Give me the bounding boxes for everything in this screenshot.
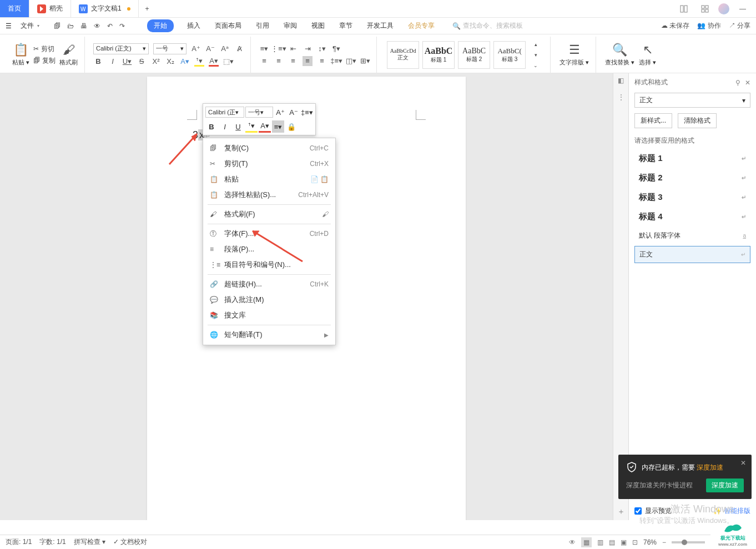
mini-font-size[interactable]: 一号▾ [245, 107, 273, 118]
cut-button[interactable]: ✂ 剪切 [33, 44, 56, 54]
sb-print-view-icon[interactable]: ▥ [597, 538, 603, 546]
new-style-button[interactable]: 新样式... [634, 113, 672, 128]
sb-words[interactable]: 字数: 1/1 [39, 537, 65, 547]
rail-expand-icon[interactable]: ◧ [618, 77, 624, 84]
style-item-h1[interactable]: 标题 1↵ [634, 150, 750, 167]
rail-add-icon[interactable]: ＋ [617, 507, 625, 517]
justify-icon[interactable]: ≡ [303, 56, 313, 66]
new-tab-button[interactable]: ＋ [139, 0, 155, 17]
numbering-icon[interactable]: ⋮≡▾ [274, 44, 284, 54]
underline-icon[interactable]: U▾ [122, 57, 132, 67]
subscript-icon[interactable]: X₂ [165, 57, 175, 67]
sb-spell[interactable]: 拼写检查 ▾ [74, 537, 105, 547]
indent-inc-icon[interactable]: ⇥ [303, 44, 313, 54]
sb-fit-icon[interactable]: ⊡ [632, 538, 638, 546]
grow-font-icon[interactable]: A⁺ [191, 44, 201, 54]
cm-format-painter[interactable]: 🖌格式刷(F)🖌 [203, 206, 335, 222]
cm-search-library[interactable]: 📚搜文库 [203, 308, 335, 323]
text-effects-icon[interactable]: A▾ [180, 57, 190, 67]
collab-button[interactable]: 👥 协作 [697, 21, 720, 31]
qat-open-icon[interactable]: 🗁 [67, 22, 74, 30]
superscript-icon[interactable]: X² [151, 57, 161, 67]
page[interactable]: 3x↵ Calibri (正▾ 一号▾ A⁺ A⁻ ‡≡▾ B I U ꜛ▾ A… [147, 77, 466, 520]
shrink-font-icon[interactable]: A⁻ [205, 44, 215, 54]
style-scroll-down[interactable]: ▾ [531, 50, 541, 60]
tab-chapter[interactable]: 章节 [338, 19, 354, 33]
sb-zoom-slider[interactable] [672, 541, 705, 543]
file-menu[interactable]: 文件▾ [17, 20, 43, 32]
tab-insert[interactable]: 插入 [186, 19, 201, 33]
strike-icon[interactable]: S [137, 57, 147, 67]
tab-references[interactable]: 引用 [255, 19, 270, 33]
format-painter-button[interactable]: 🖌格式刷 [57, 37, 80, 73]
mini-justify-icon[interactable]: ≡▾ [272, 120, 284, 133]
change-case-icon[interactable]: Aᵃ [220, 44, 230, 54]
distribute-icon[interactable]: ≡ [317, 56, 327, 66]
smart-layout-button[interactable]: ✨ 智能排版 [713, 506, 750, 516]
mini-highlight-icon[interactable]: ꜛ▾ [245, 120, 258, 133]
mini-italic-icon[interactable]: I [219, 120, 231, 133]
tab-document[interactable]: W 文字文稿1 [71, 0, 139, 17]
cm-paste[interactable]: 📋粘贴📄 📋 [203, 172, 335, 187]
mini-font-family[interactable]: Calibri (正▾ [205, 107, 244, 118]
clear-format-icon[interactable]: A̷ [234, 44, 244, 54]
mini-font-color-icon[interactable]: A▾ [259, 120, 271, 133]
unsaved-indicator[interactable]: ☁ 未保存 [661, 21, 689, 31]
pane-pin-icon[interactable]: ⚲ [735, 79, 740, 87]
shading-icon[interactable]: ◫▾ [346, 56, 356, 66]
align-right-icon[interactable]: ≡ [288, 56, 298, 66]
layout-icon[interactable] [676, 0, 692, 18]
italic-icon[interactable]: I [108, 57, 118, 67]
sb-web-view-icon[interactable]: ▣ [621, 538, 627, 546]
bullets-icon[interactable]: ≡▾ [259, 44, 269, 54]
tab-home[interactable]: 首页 [0, 0, 29, 17]
paste-button[interactable]: 📋粘贴 ▾ [10, 37, 32, 73]
style-normal[interactable]: AaBbCcDd正文 [387, 41, 419, 69]
toast-link[interactable]: 深度加速 [697, 464, 723, 471]
tab-page-layout[interactable]: 页面布局 [214, 19, 243, 33]
line-spacing-icon[interactable]: ‡≡▾ [331, 56, 341, 66]
cm-paste-special[interactable]: 📋选择性粘贴(S)...Ctrl+Alt+V [203, 187, 335, 203]
font-family-select[interactable]: Calibri (正文)▾ [93, 43, 149, 54]
user-avatar[interactable] [718, 3, 729, 14]
sb-outline-view-icon[interactable]: ▤ [609, 538, 615, 546]
mini-linespace-icon[interactable]: ‡≡▾ [301, 106, 313, 118]
paste-option-icon[interactable]: 📄 [310, 175, 319, 183]
sb-zoom-out-icon[interactable]: − [662, 538, 666, 546]
tab-view[interactable]: 视图 [310, 19, 326, 33]
cm-insert-comment[interactable]: 💬插入批注(M) [203, 292, 335, 308]
indent-dec-icon[interactable]: ⇤ [288, 44, 298, 54]
mini-grow-icon[interactable]: A⁺ [274, 106, 286, 118]
cm-translate[interactable]: 🌐短句翻译(T)▶ [203, 327, 335, 343]
cm-bullets-numbering[interactable]: ⋮≡项目符号和编号(N)... [203, 257, 335, 273]
sb-read-view-icon[interactable]: ▦ [581, 537, 592, 547]
align-left-icon[interactable]: ≡ [259, 56, 269, 66]
mini-bold-icon[interactable]: B [205, 120, 218, 133]
cm-paragraph[interactable]: ≡段落(P)... [203, 241, 335, 257]
toast-close-icon[interactable]: ✕ [740, 459, 746, 467]
style-expand[interactable]: ⌄ [531, 61, 541, 70]
tab-review[interactable]: 审阅 [283, 19, 298, 33]
highlight-icon[interactable]: ꜛ▾ [194, 57, 204, 67]
align-center-icon[interactable]: ≡ [274, 56, 284, 66]
minimize-button[interactable]: — [735, 0, 750, 18]
copy-button[interactable]: 🗐 复制 [33, 56, 56, 66]
cm-hyperlink[interactable]: 🔗超链接(H)...Ctrl+K [203, 276, 335, 292]
tab-vip[interactable]: 会员专享 [407, 19, 436, 33]
style-item-default-font[interactable]: 默认 段落字体a [634, 228, 750, 244]
style-item-h3[interactable]: 标题 3↵ [634, 189, 750, 206]
qat-save-icon[interactable]: 🗐 [54, 22, 61, 30]
pane-close-icon[interactable]: ✕ [745, 79, 750, 87]
sb-page[interactable]: 页面: 1/1 [6, 537, 32, 547]
font-size-select[interactable]: 一号▾ [153, 43, 187, 54]
qat-redo-icon[interactable]: ↷ [119, 22, 125, 30]
mini-shrink-icon[interactable]: A⁻ [288, 106, 300, 118]
sort-icon[interactable]: ↕▾ [317, 44, 327, 54]
style-scroll-up[interactable]: ▴ [531, 39, 541, 49]
share-button[interactable]: ↗ 分享 [729, 21, 750, 31]
sb-eye-icon[interactable]: 👁 [569, 538, 576, 546]
command-search[interactable]: 🔍 查找命令、搜索模板 [452, 21, 523, 31]
sb-proof[interactable]: ✓ 文档校对 [113, 537, 147, 547]
style-item-h4[interactable]: 标题 4↵ [634, 208, 750, 225]
tab-docer[interactable]: 稻壳 [29, 0, 71, 17]
